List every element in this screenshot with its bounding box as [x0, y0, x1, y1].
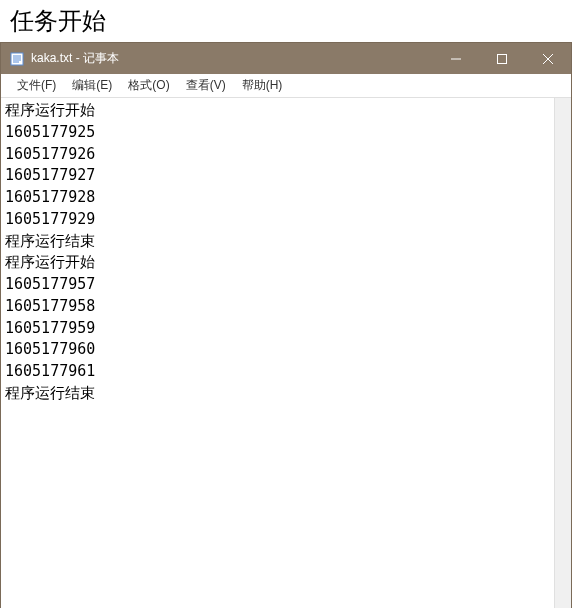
notepad-window: kaka.txt - 记事本 文件(F) 编辑(E) 格式(O) 查看(V) 帮…	[0, 42, 572, 608]
text-line: 1605177929	[5, 209, 550, 231]
notepad-icon	[9, 51, 25, 67]
window-controls	[433, 43, 571, 74]
text-editor[interactable]: 程序运行开始1605177925160517792616051779271605…	[1, 98, 554, 608]
text-line: 程序运行开始	[5, 252, 550, 274]
close-button[interactable]	[525, 43, 571, 74]
text-line: 1605177928	[5, 187, 550, 209]
text-line: 程序运行结束	[5, 383, 550, 405]
text-line: 1605177925	[5, 122, 550, 144]
menu-view[interactable]: 查看(V)	[178, 75, 234, 96]
vertical-scrollbar[interactable]	[554, 98, 571, 608]
text-line: 1605177958	[5, 296, 550, 318]
text-line: 程序运行开始	[5, 100, 550, 122]
svg-rect-0	[11, 53, 23, 65]
minimize-button[interactable]	[433, 43, 479, 74]
page-heading: 任务开始	[0, 0, 572, 42]
menu-format[interactable]: 格式(O)	[120, 75, 177, 96]
text-line: 1605177961	[5, 361, 550, 383]
svg-rect-6	[498, 54, 507, 63]
maximize-button[interactable]	[479, 43, 525, 74]
text-line: 1605177960	[5, 339, 550, 361]
text-line: 1605177926	[5, 144, 550, 166]
menubar: 文件(F) 编辑(E) 格式(O) 查看(V) 帮助(H)	[1, 74, 571, 98]
text-line: 1605177959	[5, 318, 550, 340]
text-line: 1605177927	[5, 165, 550, 187]
menu-edit[interactable]: 编辑(E)	[64, 75, 120, 96]
text-line: 1605177957	[5, 274, 550, 296]
menu-file[interactable]: 文件(F)	[9, 75, 64, 96]
window-title: kaka.txt - 记事本	[31, 50, 433, 67]
content-area: 程序运行开始1605177925160517792616051779271605…	[1, 98, 571, 608]
menu-help[interactable]: 帮助(H)	[234, 75, 291, 96]
titlebar[interactable]: kaka.txt - 记事本	[1, 43, 571, 74]
text-line: 程序运行结束	[5, 231, 550, 253]
